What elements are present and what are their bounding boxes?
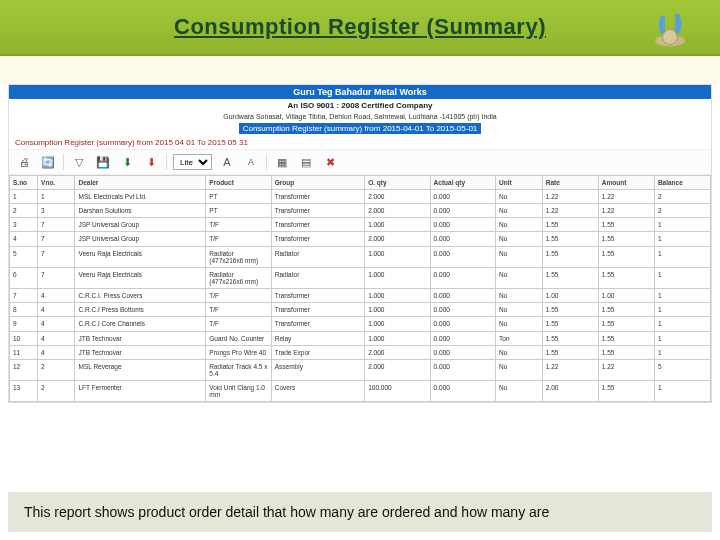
cell-oqty: 1.000 bbox=[365, 289, 430, 303]
cell-sno: 3 bbox=[10, 218, 38, 232]
col-balance[interactable]: Balance bbox=[654, 176, 710, 190]
cell-rate: 1.55 bbox=[542, 331, 598, 345]
font-a-icon[interactable]: A bbox=[218, 153, 236, 171]
col-sno[interactable]: S.no bbox=[10, 176, 38, 190]
col-vno[interactable]: Vno. bbox=[38, 176, 75, 190]
address-line: Gurdwara Sonasat, Village Tibba, Dehlon … bbox=[9, 112, 711, 121]
table-row[interactable]: 74C.R.C.I. Press CoversT/FTransformer1.0… bbox=[10, 289, 711, 303]
cell-bal: 1 bbox=[654, 331, 710, 345]
cell-aqty: 0.000 bbox=[430, 303, 495, 317]
cell-rate: 1.00 bbox=[542, 289, 598, 303]
cell-aqty: 0.000 bbox=[430, 359, 495, 380]
cell-prod: Radiator (477x216x6 mm) bbox=[206, 246, 271, 267]
app-logo bbox=[640, 0, 700, 54]
cell-dealer: JSP Universal Group bbox=[75, 218, 206, 232]
table-row[interactable]: 37JSP Universal GroupT/FTransformer1.000… bbox=[10, 218, 711, 232]
cell-group: Transformer bbox=[271, 190, 364, 204]
cell-group: Assembly bbox=[271, 359, 364, 380]
cell-vno: 7 bbox=[38, 246, 75, 267]
cell-sno: 8 bbox=[10, 303, 38, 317]
cell-unit: No bbox=[496, 190, 543, 204]
toolbar-separator bbox=[63, 154, 64, 170]
cell-group: Transformer bbox=[271, 218, 364, 232]
cell-rate: 1.22 bbox=[542, 190, 598, 204]
table-row[interactable]: 84C.R.C.I Press BottomsT/FTransformer1.0… bbox=[10, 303, 711, 317]
cell-prod: T/F bbox=[206, 289, 271, 303]
col-aqty[interactable]: Actual qty bbox=[430, 176, 495, 190]
table-row[interactable]: 94C.R.C.I Core ChannelsT/FTransformer1.0… bbox=[10, 317, 711, 331]
cell-prod: PT bbox=[206, 190, 271, 204]
cell-vno: 4 bbox=[38, 345, 75, 359]
font-select[interactable]: Lite bbox=[173, 154, 212, 170]
table-row[interactable]: 104JTB TechnovarGuard No. CounterRelay1.… bbox=[10, 331, 711, 345]
col-group[interactable]: Group bbox=[271, 176, 364, 190]
cell-unit: No bbox=[496, 267, 543, 288]
export-xls-icon[interactable]: ⬇ bbox=[118, 153, 136, 171]
cell-amt: 1.55 bbox=[598, 345, 654, 359]
cell-vno: 4 bbox=[38, 317, 75, 331]
cell-unit: No bbox=[496, 317, 543, 331]
cell-prod: T/F bbox=[206, 218, 271, 232]
col-dealer[interactable]: Dealer bbox=[75, 176, 206, 190]
cell-amt: 1.22 bbox=[598, 190, 654, 204]
font-b-icon[interactable]: A bbox=[242, 153, 260, 171]
cell-sno: 12 bbox=[10, 359, 38, 380]
grid-icon[interactable]: ▤ bbox=[297, 153, 315, 171]
print-icon[interactable]: 🖨 bbox=[15, 153, 33, 171]
cell-dealer: Veeru Raja Electricals bbox=[75, 246, 206, 267]
cell-sno: 2 bbox=[10, 204, 38, 218]
export-pdf-icon[interactable]: ⬇ bbox=[142, 153, 160, 171]
cell-vno: 7 bbox=[38, 267, 75, 288]
cell-oqty: 1.000 bbox=[365, 331, 430, 345]
cell-oqty: 1.000 bbox=[365, 317, 430, 331]
cell-dealer: JTB Technovar bbox=[75, 331, 206, 345]
toolbar-separator bbox=[166, 154, 167, 170]
cell-vno: 7 bbox=[38, 232, 75, 246]
close-icon[interactable]: ✖ bbox=[321, 153, 339, 171]
cell-prod: PT bbox=[206, 204, 271, 218]
cell-bal: 1 bbox=[654, 317, 710, 331]
col-unit[interactable]: Unit bbox=[496, 176, 543, 190]
table-row[interactable]: 11MSL Electricals Pvt Ltd.PTTransformer2… bbox=[10, 190, 711, 204]
cell-group: Relay bbox=[271, 331, 364, 345]
cell-aqty: 0.000 bbox=[430, 317, 495, 331]
table-row[interactable]: 67Veeru Raja ElectricalsRadiator (477x21… bbox=[10, 267, 711, 288]
col-amount[interactable]: Amount bbox=[598, 176, 654, 190]
cell-oqty: 1.000 bbox=[365, 246, 430, 267]
col-rate[interactable]: Rate bbox=[542, 176, 598, 190]
spacer bbox=[0, 56, 720, 84]
cell-vno: 4 bbox=[38, 331, 75, 345]
cell-dealer: LFT Fermenter bbox=[75, 381, 206, 402]
layout-icon[interactable]: ▦ bbox=[273, 153, 291, 171]
cell-bal: 2 bbox=[654, 204, 710, 218]
cell-aqty: 0.000 bbox=[430, 289, 495, 303]
refresh-icon[interactable]: 🔄 bbox=[39, 153, 57, 171]
cell-sno: 5 bbox=[10, 246, 38, 267]
table-row[interactable]: 57Veeru Raja ElectricalsRadiator (477x21… bbox=[10, 246, 711, 267]
table-row[interactable]: 114JTB TechnovarProngs Pro Wire 40Trade … bbox=[10, 345, 711, 359]
cert-line: An ISO 9001 : 2008 Certified Company bbox=[9, 99, 711, 112]
cell-sno: 13 bbox=[10, 381, 38, 402]
cell-unit: No bbox=[496, 246, 543, 267]
cell-group: Transformer bbox=[271, 289, 364, 303]
cell-dealer: MSL Electricals Pvt Ltd. bbox=[75, 190, 206, 204]
col-product[interactable]: Product bbox=[206, 176, 271, 190]
col-oqty[interactable]: O. qty bbox=[365, 176, 430, 190]
table-row[interactable]: 23Darshan SolutionsPTTransformer2.0000.0… bbox=[10, 204, 711, 218]
cell-rate: 1.22 bbox=[542, 359, 598, 380]
cell-rate: 1.55 bbox=[542, 303, 598, 317]
cell-oqty: 2.000 bbox=[365, 345, 430, 359]
cell-oqty: 2.000 bbox=[365, 232, 430, 246]
cell-rate: 1.55 bbox=[542, 232, 598, 246]
cell-dealer: MSL Reverage bbox=[75, 359, 206, 380]
cell-rate: 1.55 bbox=[542, 267, 598, 288]
cell-vno: 1 bbox=[38, 190, 75, 204]
cell-prod: Guard No. Counter bbox=[206, 331, 271, 345]
table-row[interactable]: 132LFT FermenterVoid Unit Clang 1.0 mmCo… bbox=[10, 381, 711, 402]
table-row[interactable]: 47JSP Universal GroupT/FTransformer2.000… bbox=[10, 232, 711, 246]
filter-icon[interactable]: ▽ bbox=[70, 153, 88, 171]
cell-unit: Ton bbox=[496, 331, 543, 345]
save-icon[interactable]: 💾 bbox=[94, 153, 112, 171]
table-row[interactable]: 122MSL ReverageRadiator Track 4.5 x 5.4A… bbox=[10, 359, 711, 380]
cell-bal: 1 bbox=[654, 246, 710, 267]
